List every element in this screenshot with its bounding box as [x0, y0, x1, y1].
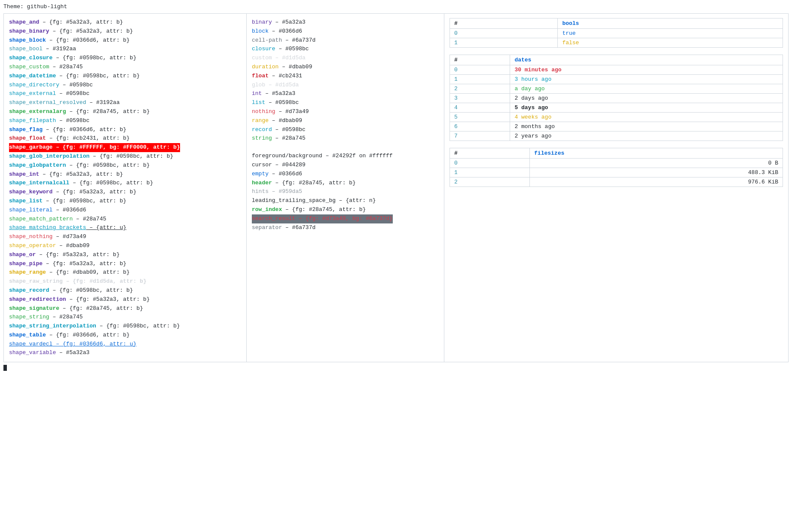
- dates-row-2-index: 2: [450, 84, 510, 94]
- line-shape-pipe: shape_pipe – {fg: #5a32a3, attr: b}: [9, 260, 241, 269]
- line-shape-int: shape_int – {fg: #5a32a3, attr: b}: [9, 170, 241, 179]
- bools-col-name: bools: [558, 18, 783, 29]
- line-shape-match-pattern: shape_match_pattern – #28a745: [9, 215, 241, 224]
- mid-foreground: foreground/background – #24292f on #ffff…: [252, 152, 439, 161]
- line-shape-literal: shape_literal – #0366d6: [9, 206, 241, 215]
- dates-row-3-index: 3: [450, 94, 510, 103]
- line-shape-and: shape_and – {fg: #5a32a3, attr: b}: [9, 18, 241, 27]
- mid-row-index: row_index – {fg: #28a745, attr: b}: [252, 205, 439, 214]
- main-container: shape_and – {fg: #5a32a3, attr: b} shape…: [3, 13, 789, 362]
- line-shape-keyword: shape_keyword – {fg: #5a32a3, attr: b}: [9, 188, 241, 197]
- line-shape-redirection: shape_redirection – {fg: #5a32a3, attr: …: [9, 295, 241, 304]
- dates-row-5-index: 5: [450, 113, 510, 122]
- line-shape-block: shape_block – {fg: #0366d6, attr: b}: [9, 36, 241, 45]
- table-row: 6 2 months ago: [450, 122, 783, 131]
- filesizes-row-0-index: 0: [450, 159, 530, 168]
- bools-row-0-index: 0: [450, 29, 558, 38]
- dates-row-7-value: 2 years ago: [510, 131, 783, 141]
- dates-row-6-value: 2 months ago: [510, 122, 783, 131]
- filesizes-row-1-value: 488.3 KiB: [530, 168, 783, 177]
- mid-custom: custom – #d1d5da: [252, 54, 439, 63]
- mid-nothing: nothing – #d73a49: [252, 107, 439, 116]
- line-shape-external-resolved: shape_external_resolved – #3192aa: [9, 98, 241, 107]
- line-shape-signature: shape_signature – {fg: #28a745, attr: b}: [9, 304, 241, 313]
- mid-record: record – #0598bc: [252, 125, 439, 135]
- theme-label: Theme: github-light: [3, 3, 789, 10]
- mid-binary: binary – #5a32a3: [252, 18, 439, 27]
- line-shape-internalcall: shape_internalcall – {fg: #0598bc, attr:…: [9, 179, 241, 188]
- table-row: 1 488.3 KiB: [450, 168, 783, 177]
- left-column: shape_and – {fg: #5a32a3, attr: b} shape…: [4, 14, 247, 362]
- line-shape-list: shape_list – {fg: #0598bc, attr: b}: [9, 197, 241, 206]
- mid-empty: empty – #0366d6: [252, 170, 439, 179]
- mid-closure: closure – #0598bc: [252, 45, 439, 54]
- filesizes-table: # filesizes 0 0 B 1 488.3 KiB 2: [450, 148, 783, 187]
- dates-row-6-index: 6: [450, 122, 510, 131]
- filesizes-row-2-index: 2: [450, 177, 530, 187]
- line-shape-string: shape_string – #28a745: [9, 313, 241, 322]
- dates-row-1-value: 3 hours ago: [510, 75, 783, 84]
- line-shape-glob-interpolation: shape_glob_interpolation – {fg: #0598bc,…: [9, 152, 241, 161]
- mid-cursor: cursor – #044289: [252, 161, 439, 170]
- dates-row-4-value: 5 days ago: [510, 103, 783, 113]
- line-shape-range: shape_range – {fg: #dbab09, attr: b}: [9, 268, 241, 277]
- line-shape-closure: shape_closure – {fg: #0598bc, attr: b}: [9, 54, 241, 63]
- dates-row-3-value: 2 days ago: [510, 94, 783, 103]
- line-shape-external: shape_external – #0598bc: [9, 89, 241, 98]
- table-row: 0 0 B: [450, 159, 783, 168]
- line-shape-globpattern: shape_globpattern – {fg: #0598bc, attr: …: [9, 161, 241, 170]
- mid-int: int – #5a32a3: [252, 89, 439, 98]
- bools-row-1-index: 1: [450, 38, 558, 48]
- mid-hints: hints – #959da5: [252, 187, 439, 196]
- filesizes-row-2-value: 976.6 KiB: [530, 177, 783, 187]
- mid-cell-path: cell-path – #6a737d: [252, 36, 439, 45]
- line-shape-directory: shape_directory – #0598bc: [9, 81, 241, 90]
- filesizes-col-hash: #: [450, 148, 530, 159]
- mid-block: block – #0366d6: [252, 27, 439, 36]
- mid-glob: glob – #d1d5da: [252, 81, 439, 90]
- mid-duration: duration – #dbab09: [252, 63, 439, 72]
- table-row: 1 false: [450, 38, 783, 48]
- line-shape-float: shape_float – {fg: #cb2431, attr: b}: [9, 134, 241, 143]
- mid-column: binary – #5a32a3 block – #0366d6 cell-pa…: [247, 14, 444, 362]
- line-shape-matching-brackets: shape_matching_brackets – {attr: u}: [9, 223, 241, 232]
- bools-table-container: # bools 0 true 1 false: [450, 18, 783, 48]
- line-shape-or: shape_or – {fg: #5a32a3, attr: b}: [9, 251, 241, 260]
- mid-separator: separator – #6a737d: [252, 223, 439, 232]
- line-shape-datetime: shape_datetime – {fg: #0598bc, attr: b}: [9, 72, 241, 81]
- dates-row-2-value: a day ago: [510, 84, 783, 94]
- mid-string: string – #28a745: [252, 134, 439, 143]
- dates-row-7-index: 7: [450, 131, 510, 141]
- line-shape-variable: shape_variable – #5a32a3: [9, 349, 241, 358]
- line-shape-bool: shape_bool – #3192aa: [9, 45, 241, 54]
- table-row: 5 4 weeks ago: [450, 113, 783, 122]
- line-shape-flag: shape_flag – {fg: #0366d6, attr: b}: [9, 125, 241, 135]
- line-shape-custom: shape_custom – #28a745: [9, 63, 241, 72]
- mid-list: list – #0598bc: [252, 98, 439, 107]
- mid-header: header – {fg: #28a745, attr: b}: [252, 179, 439, 188]
- bools-col-hash: #: [450, 18, 558, 29]
- line-shape-operator: shape_operator – #dbab09: [9, 242, 241, 251]
- line-shape-nothing: shape_nothing – #d73a49: [9, 232, 241, 242]
- filesizes-row-0-value: 0 B: [530, 159, 783, 168]
- bools-table: # bools 0 true 1 false: [450, 18, 783, 48]
- table-row: 1 3 hours ago: [450, 75, 783, 84]
- mid-float: float – #cb2431: [252, 72, 439, 81]
- line-shape-externalarg: shape_externalarg – {fg: #28a745, attr: …: [9, 107, 241, 116]
- mid-leading-trailing: leading_trailing_space_bg – {attr: n}: [252, 196, 439, 205]
- filesizes-col-name: filesizes: [530, 148, 783, 159]
- line-shape-binary: shape_binary – {fg: #5a32a3, attr: b}: [9, 27, 241, 36]
- right-column: # bools 0 true 1 false: [444, 14, 788, 362]
- dates-row-4-index: 4: [450, 103, 510, 113]
- table-row: 3 2 days ago: [450, 94, 783, 103]
- filesizes-row-1-index: 1: [450, 168, 530, 177]
- filesizes-table-container: # filesizes 0 0 B 1 488.3 KiB 2: [450, 148, 783, 187]
- line-shape-garbage: shape_garbage – {fg: #FFFFFF, bg: #FF000…: [9, 143, 241, 152]
- table-row: 4 5 days ago: [450, 103, 783, 113]
- dates-table: # dates 0 30 minutes ago 1 3 hours ago 2: [450, 55, 783, 141]
- dates-row-1-index: 1: [450, 75, 510, 84]
- dates-row-0-index: 0: [450, 65, 510, 75]
- mid-search-result: search_result – {fg: #d73a49, bg: #6a737…: [252, 214, 439, 223]
- line-shape-filepath: shape_filepath – #0598bc: [9, 116, 241, 125]
- table-row: 2 976.6 KiB: [450, 177, 783, 187]
